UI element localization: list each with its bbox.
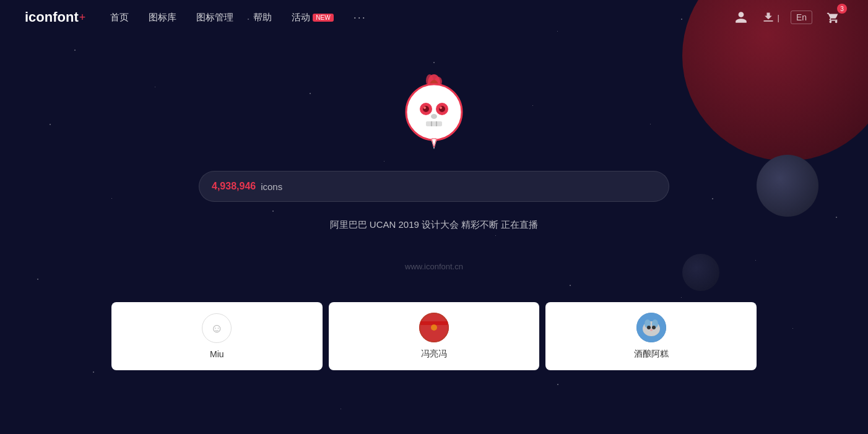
avatar-feng xyxy=(419,313,449,342)
card-jiu[interactable]: 酒酿阿糕 xyxy=(545,302,757,370)
svg-rect-13 xyxy=(426,121,442,126)
logo[interactable]: iconfont+ xyxy=(25,9,85,25)
nav-home[interactable]: 首页 xyxy=(110,12,129,24)
cards-section: ☺ Miu 冯亮冯 xyxy=(0,302,868,370)
url-text: www.iconfont.cn xyxy=(405,262,463,271)
user-icon[interactable] xyxy=(731,7,751,27)
logo-text: iconfont xyxy=(25,9,79,25)
svg-point-12 xyxy=(431,114,437,119)
nav-help[interactable]: 帮助 xyxy=(253,12,272,24)
nav-more[interactable]: ··· xyxy=(354,11,367,24)
card-miu[interactable]: ☺ Miu xyxy=(111,302,323,370)
upload-divider: | xyxy=(777,13,779,22)
search-wrap: 4,938,946 icons xyxy=(199,171,669,202)
svg-point-9 xyxy=(439,106,445,112)
logo-plus: + xyxy=(79,11,86,24)
language-toggle[interactable]: En xyxy=(791,11,812,24)
activity-badge: NEW xyxy=(313,14,333,22)
icon-label: icons xyxy=(261,181,282,192)
nav-activity[interactable]: 活动NEW xyxy=(292,12,333,24)
card-name-miu: Miu xyxy=(210,349,224,359)
upload-button[interactable]: | xyxy=(762,11,779,24)
card-name-jiu: 酒酿阿糕 xyxy=(634,349,669,360)
card-name-feng: 冯亮冯 xyxy=(421,349,447,360)
promo-text: 阿里巴巴 UCAN 2019 设计大会 精彩不断 正在直播 xyxy=(330,219,539,231)
search-input[interactable] xyxy=(287,181,656,192)
nav-library[interactable]: 图标库 xyxy=(149,12,176,24)
card-feng[interactable]: 冯亮冯 xyxy=(329,302,540,370)
svg-point-10 xyxy=(423,106,426,109)
main-nav: iconfont+ 首页 图标库 图标管理 帮助 活动NEW ··· | En xyxy=(0,0,868,35)
avatar-miu: ☺ xyxy=(202,313,232,343)
svg-point-11 xyxy=(440,106,442,109)
svg-point-22 xyxy=(431,324,437,331)
icon-count: 4,938,946 xyxy=(212,181,256,192)
search-bar[interactable]: 4,938,946 icons xyxy=(199,171,669,202)
svg-point-8 xyxy=(423,106,429,112)
hero-section: 4,938,946 icons 阿里巴巴 UCAN 2019 设计大会 精彩不断… xyxy=(0,35,868,271)
svg-point-29 xyxy=(650,329,653,331)
nav-links: 首页 图标库 图标管理 帮助 活动NEW ··· xyxy=(110,11,731,24)
svg-point-27 xyxy=(647,326,651,329)
avatar-jiu xyxy=(636,313,666,342)
svg-point-28 xyxy=(652,326,656,329)
nav-manage[interactable]: 图标管理 xyxy=(196,12,233,24)
mascot xyxy=(400,72,468,152)
nav-right: | En 3 xyxy=(731,7,843,27)
cart-button[interactable]: 3 xyxy=(823,7,843,27)
cart-badge: 3 xyxy=(837,4,847,14)
